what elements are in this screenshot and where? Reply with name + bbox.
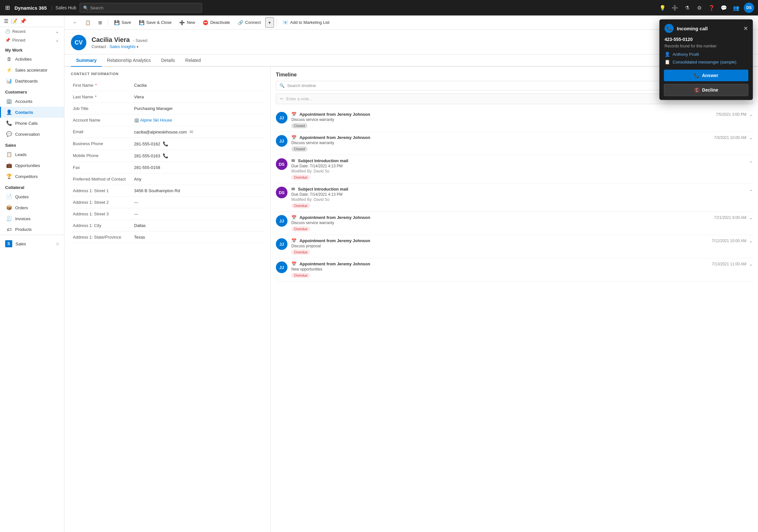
tab-details[interactable]: Details <box>156 54 180 67</box>
sidebar-item-sales-bottom[interactable]: S Sales ◇ <box>0 238 64 250</box>
tab-relationship-analytics[interactable]: Relationship Analytics <box>102 54 156 67</box>
sidebar-quotes-label: Quotes <box>15 195 29 199</box>
timeline-item-title: ✉ Subject Introduction mail <box>291 187 745 192</box>
sidebar-item-conversation[interactable]: 💬 Conversation <box>0 129 64 140</box>
sidebar-item-quotes[interactable]: 📄 Quotes <box>0 191 64 202</box>
phone-action-icon[interactable]: 📞 <box>163 141 168 146</box>
avatar: DS <box>276 158 288 170</box>
status-badge: Closed <box>291 123 307 128</box>
more-options-button[interactable]: ▾ <box>265 18 274 28</box>
field-value-street2: --- <box>132 197 264 208</box>
sidebar-pinned[interactable]: 📌 Pinned ⌄ <box>0 36 64 45</box>
filter-icon[interactable]: ⚗ <box>683 3 692 12</box>
mobile-phone-action-icon[interactable]: 📞 <box>163 153 168 158</box>
list-item: DS ✉ Subject Introduction mail Due Date:… <box>276 155 753 184</box>
record-module-link[interactable]: Sales Insights <box>110 44 136 49</box>
timeline-item-body: ✉ Subject Introduction mail Due Date: 7/… <box>291 187 745 208</box>
people-icon[interactable]: 👥 <box>732 3 741 12</box>
chevron-down-icon[interactable]: ⌄ <box>749 135 753 140</box>
sidebar-item-opportunities[interactable]: 💼 Opportunities <box>0 160 64 171</box>
module-chevron-icon[interactable]: ▾ <box>137 45 139 49</box>
user-avatar[interactable]: DS <box>744 3 754 13</box>
record-name-row: Cacilia Viera - Saved <box>91 36 147 44</box>
email-action-icon[interactable]: ✉ <box>190 129 193 134</box>
incoming-call-records-label: Records found for this number <box>659 43 753 50</box>
chat-icon[interactable]: 💬 <box>719 3 728 12</box>
deactivate-button[interactable]: ⛔ Deactivate <box>199 18 233 27</box>
timeline-item-title: 📅 Appointment from Jeremy Johnson <box>291 112 712 117</box>
top-nav-icons: 💡 ➕ ⚗ ⚙ ❓ 💬 👥 DS <box>658 3 754 13</box>
list-item: JJ 📅 Appointment from Jeremy Johnson Dis… <box>276 212 753 235</box>
customers-label: Customers <box>0 87 64 96</box>
search-bar[interactable]: 🔍 Search <box>80 3 202 13</box>
close-icon[interactable]: ✕ <box>743 25 748 32</box>
save-close-button[interactable]: 💾 Save & Close <box>136 18 175 27</box>
hamburger-icon[interactable]: ☰ <box>4 18 8 24</box>
marketing-label: Add to Marketing List <box>290 20 329 25</box>
decline-button[interactable]: 📵 Decline <box>664 84 748 96</box>
record-name: Cacilia Viera <box>91 36 130 43</box>
sidebar-item-sales-accelerator[interactable]: ⚡ Sales accelerator <box>0 64 64 75</box>
help-icon[interactable]: ❓ <box>707 3 716 12</box>
sidebar-item-leads[interactable]: 📋 Leads <box>0 149 64 160</box>
account-name-link[interactable]: Alpine Ski House <box>140 118 172 123</box>
new-button[interactable]: ➕ New <box>176 18 198 27</box>
sidebar-item-competitors[interactable]: 🏆 Competitors <box>0 171 64 182</box>
incoming-call-title: Incoming call <box>677 26 708 31</box>
chevron-down-icon[interactable]: ⌄ <box>749 112 753 117</box>
field-value-jobtitle: Purchasing Manager <box>132 103 264 115</box>
settings-icon[interactable]: ⚙ <box>695 3 704 12</box>
sidebar-item-orders[interactable]: 📦 Orders <box>0 202 64 213</box>
timeline-item-body: 📅 Appointment from Jeremy Johnson Discus… <box>291 215 710 231</box>
chevron-down-icon[interactable]: ⌄ <box>749 158 753 163</box>
sidebar-item-accounts[interactable]: 🏢 Accounts <box>0 96 64 107</box>
email-value: cacilia@alpineskihouse.com <box>134 129 187 134</box>
chevron-down-icon[interactable]: ⌄ <box>749 215 753 220</box>
incoming-call-record-consolidated[interactable]: 📋 Consolidated messenger (sample) <box>659 58 753 66</box>
account-link-icon: 🏢 <box>134 118 140 123</box>
account-icon: 📋 <box>665 59 670 64</box>
answer-button[interactable]: 📞 Answer <box>664 70 748 81</box>
chevron-down-icon[interactable]: ⌄ <box>749 187 753 192</box>
status-badge: Overdue <box>291 250 310 255</box>
field-value-accountname[interactable]: 🏢 Alpine Ski House <box>132 115 264 126</box>
create-record-button[interactable]: ⊞ <box>95 18 105 27</box>
timeline-item-meta: Modified By: David So <box>291 197 745 202</box>
sidebar-item-products[interactable]: 🏷 Products <box>0 224 64 235</box>
sidebar-item-invoices[interactable]: 🧾 Invoices <box>0 213 64 224</box>
tab-summary[interactable]: Summary <box>71 54 102 67</box>
sidebar-item-phone-calls[interactable]: 📞 Phone Calls <box>0 118 64 129</box>
chevron-down-icon[interactable]: ⌄ <box>749 262 753 266</box>
status-badge: Closed <box>291 146 307 152</box>
back-icon: ← <box>73 20 77 25</box>
sidebar-recent[interactable]: 🕐 Recent ⌄ <box>0 27 64 36</box>
sidebar-item-contacts[interactable]: 👤 Contacts <box>0 107 64 118</box>
sidebar-item-dashboards[interactable]: 📊 Dashboards <box>0 75 64 87</box>
timeline-item-right: 7/5/2021 3:00 PM ⌄ <box>716 112 753 117</box>
back-button[interactable]: ← <box>70 18 81 27</box>
field-value-firstname: Cacilia <box>132 80 264 91</box>
save-button[interactable]: 💾 Save <box>111 18 134 27</box>
chevron-down-icon[interactable]: ⌄ <box>749 238 753 243</box>
add-icon[interactable]: ➕ <box>670 3 679 12</box>
field-value-email: cacilia@alpineskihouse.com ✉ <box>132 126 264 138</box>
activities-icon: 🗓 <box>6 56 12 62</box>
pin-icon[interactable]: 📌 <box>20 18 26 24</box>
sidebar-item-activities[interactable]: 🗓 Activities <box>0 54 64 64</box>
incoming-call-record-anthony[interactable]: 👤 Anthony Pruitt <box>659 50 753 58</box>
connect-button[interactable]: 🔗 Connect <box>235 18 264 27</box>
timeline-item-body: ✉ Subject Introduction mail Due Date: 7/… <box>291 158 745 180</box>
tab-related[interactable]: Related <box>180 54 206 67</box>
view-record-button[interactable]: 📋 <box>82 18 94 27</box>
marketing-button[interactable]: 📧 Add to Marketing List <box>279 18 332 27</box>
lightbulb-icon[interactable]: 💡 <box>658 3 667 12</box>
avatar: JJ <box>276 112 288 124</box>
app-launcher[interactable]: ⊞ <box>4 3 11 13</box>
top-nav: ⊞ Dynamics 365 Sales Hub 🔍 Search 💡 ➕ ⚗ … <box>0 0 758 16</box>
sales-bottom-icon: S <box>5 240 12 247</box>
sidebar-orders-label: Orders <box>15 205 28 210</box>
status-badge: Overdue <box>291 203 310 208</box>
field-value-preferred-contact: Any <box>132 173 264 185</box>
note-icon[interactable]: 📝 <box>11 18 17 24</box>
phone-row-biz: 281-555-0162 📞 <box>134 141 262 146</box>
